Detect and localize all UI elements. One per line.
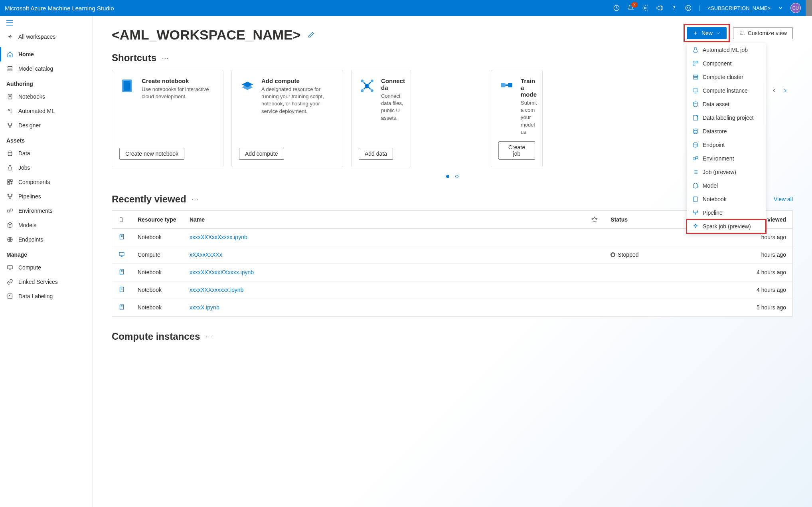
row-type-icon [119,234,125,240]
pipelines-icon [6,193,14,200]
dd-component[interactable]: Component [687,57,766,70]
sidebar-data[interactable]: Data [0,146,92,160]
sidebar-home[interactable]: Home [0,47,92,61]
dd-compute-cluster[interactable]: Compute cluster [687,70,766,84]
add-compute-button[interactable]: Add compute [239,148,284,160]
view-all-link[interactable]: View all [774,196,793,202]
svg-rect-28 [693,64,695,66]
svg-rect-43 [124,81,131,91]
label-icon [692,115,699,121]
workspace-title: <AML_WORKSPACE_NAME> [112,27,301,43]
compute-instances-heading: Compute instances [112,331,200,342]
row-type-icon [119,304,125,310]
svg-rect-30 [693,77,698,79]
chevron-right-icon[interactable] [782,88,788,93]
row-name-link[interactable]: xXXxxXxXXx [190,252,222,258]
more-icon[interactable]: ··· [205,333,213,340]
dd-model[interactable]: Model [687,179,766,192]
home-icon [6,51,14,58]
col-star[interactable] [585,210,604,228]
dd-environment[interactable]: Environment [687,152,766,165]
feedback-icon[interactable] [656,4,663,12]
svg-point-13 [10,127,11,128]
more-icon[interactable]: ··· [162,55,169,61]
sidebar-notebooks[interactable]: Notebooks [0,89,92,104]
endpoints-icon [6,236,14,243]
datastore-icon [692,128,699,135]
col-status[interactable]: Status [604,210,645,228]
svg-point-34 [693,129,697,131]
models-icon [6,222,14,229]
svg-rect-27 [696,61,698,63]
flask-icon [692,47,699,53]
sidebar-endpoints[interactable]: Endpoints [0,232,92,247]
dd-notebook[interactable]: Notebook [687,192,766,206]
create-job-button[interactable]: Create job [498,141,535,160]
dd-data-asset[interactable]: Data asset [687,97,766,111]
smile-icon[interactable] [685,4,692,12]
chevron-left-icon[interactable] [771,88,777,93]
chevron-down-icon[interactable] [778,5,783,11]
svg-point-40 [695,214,696,215]
svg-rect-51 [120,234,123,239]
sidebar-models[interactable]: Models [0,218,92,232]
add-data-button[interactable]: Add data [359,148,393,160]
row-name-link[interactable]: xxxxXXXxxxXXxxxx.ipynb [190,269,254,275]
sidebar-compute[interactable]: Compute [0,260,92,275]
sidebar-components[interactable]: Components [0,175,92,189]
hamburger-icon[interactable] [0,16,92,30]
row-name-link[interactable]: xxxxX.ipynb [190,304,219,311]
row-type: Notebook [131,228,183,246]
table-row[interactable]: NotebookxxxxXXXxxxXXxxxx.ipynb4 hours ag… [112,263,793,281]
sidebar: All workspaces Home Model catalog Author… [0,16,93,507]
sidebar-automated-ml[interactable]: Automated ML [0,104,92,118]
sidebar-data-labeling[interactable]: Data Labeling [0,289,92,303]
dd-job-preview[interactable]: Job (preview) [687,165,766,179]
row-name-link[interactable]: xxxxXXXxxXxxxx.ipynb [190,234,247,240]
col-name[interactable]: Name [183,210,585,228]
help-icon[interactable] [670,4,678,12]
dd-data-labeling-project[interactable]: Data labeling project [687,111,766,125]
col-resource-type[interactable]: Resource type [131,210,183,228]
svg-point-3 [686,5,691,11]
sidebar-section-manage: Manage [0,247,92,260]
svg-rect-37 [696,156,698,158]
more-icon[interactable]: ··· [192,196,199,202]
svg-point-48 [371,89,373,92]
dd-endpoint[interactable]: Endpoint [687,138,766,152]
avatar[interactable]: CU [790,3,801,13]
spark-icon [692,223,699,230]
dd-automated-ml-job[interactable]: Automated ML job [687,43,766,57]
sidebar-jobs[interactable]: Jobs [0,160,92,175]
new-button[interactable]: New [687,27,727,39]
subscription-name[interactable]: <SUBSCRIPTION_NAME> [708,5,771,11]
row-status [604,263,645,281]
sidebar-pipelines[interactable]: Pipelines [0,189,92,204]
sidebar-designer[interactable]: Designer [0,118,92,133]
table-row[interactable]: NotebookxxxxXXXxxxxxx.ipynb4 hours ago [112,281,793,299]
sidebar-section-assets: Assets [0,133,92,146]
svg-rect-8 [8,94,12,99]
pager-dot-2[interactable] [455,175,458,178]
table-row[interactable]: NotebookxxxxX.ipynb5 hours ago [112,299,793,316]
notification-badge: 2 [631,2,638,8]
table-row[interactable]: ComputexXXxxXxXXxStoppedhours ago [112,246,793,263]
sidebar-model-catalog[interactable]: Model catalog [0,61,92,76]
edit-icon[interactable] [307,32,314,39]
svg-rect-6 [8,67,12,68]
dd-pipeline[interactable]: Pipeline [687,206,766,220]
settings-icon[interactable] [642,4,649,12]
recent-icon[interactable] [613,4,620,12]
dd-compute-instance[interactable]: Compute instance [687,84,766,97]
customize-view-button[interactable]: Customize view [733,27,793,39]
dd-spark-job-preview[interactable]: Spark job (preview) [687,220,766,233]
sidebar-all-workspaces[interactable]: All workspaces [0,30,92,44]
pager-dot-1[interactable] [446,175,449,178]
sidebar-linked-services[interactable]: Linked Services [0,275,92,289]
link-icon [6,278,14,285]
dd-datastore[interactable]: Datastore [687,125,766,138]
row-name-link[interactable]: xxxxXXXxxxxxx.ipynb [190,287,243,293]
create-notebook-button[interactable]: Create new notebook [119,148,184,160]
sidebar-environments[interactable]: Environments [0,204,92,218]
notifications-icon[interactable]: 2 [627,4,634,12]
